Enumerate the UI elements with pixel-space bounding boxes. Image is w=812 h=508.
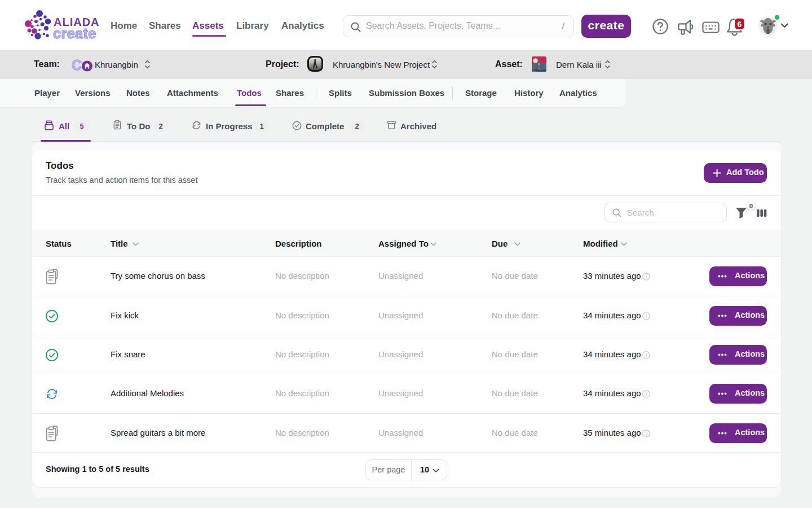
svg-text:C: C	[72, 57, 82, 73]
svg-text:6: 6	[738, 20, 742, 29]
svg-text:create: create	[53, 25, 96, 41]
svg-text:0: 0	[749, 203, 753, 209]
